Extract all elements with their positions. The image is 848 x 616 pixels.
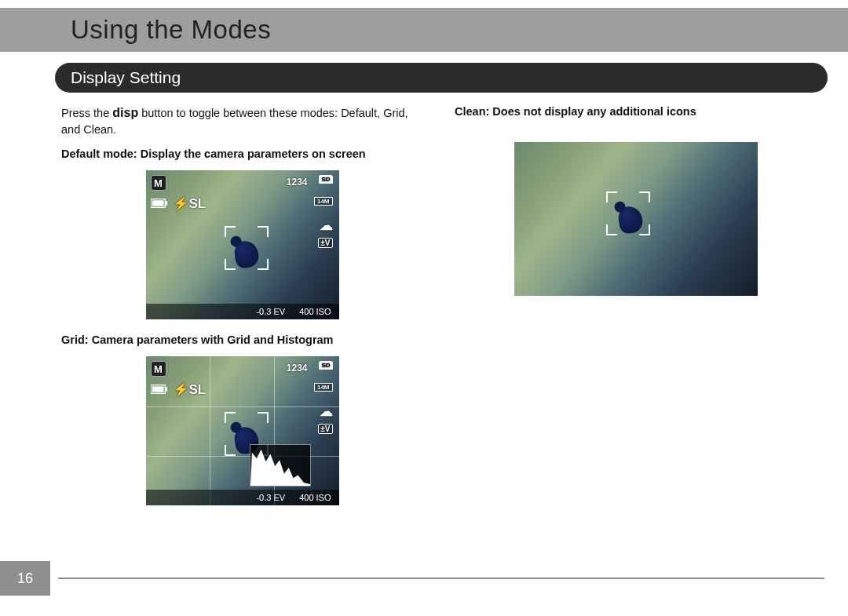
flash-icon: ⚡SL	[173, 381, 207, 398]
ev-compensation-icon: ±V	[318, 424, 332, 434]
white-balance-icon: ☁	[320, 403, 333, 420]
sd-card-icon: SD	[319, 361, 332, 370]
shots-remaining: 1234	[287, 177, 308, 188]
section-heading: Display Setting	[55, 63, 828, 93]
focus-brackets	[225, 226, 269, 270]
intro-text: Press the disp button to toggle between …	[61, 104, 423, 138]
focus-brackets	[606, 191, 650, 235]
battery-icon	[151, 385, 168, 395]
grid-mode-label: Grid: Camera parameters with Grid and Hi…	[61, 332, 423, 348]
right-column: Clean: Does not display any additional i…	[455, 104, 817, 518]
ev-value: -0.3 EV	[256, 307, 285, 316]
iso-value: 400 ISO	[299, 493, 331, 502]
content-columns: Press the disp button to toggle between …	[61, 104, 817, 518]
figure-grid-mode: M ⚡SL 1234 SD 14M ☁ ±V -0.3 EV 400 ISO	[146, 356, 339, 505]
footer-rule	[58, 578, 824, 579]
ev-compensation-icon: ±V	[318, 238, 332, 248]
chapter-title: Using the Modes	[71, 15, 271, 45]
mode-badge-icon: M	[151, 175, 166, 191]
disp-button-word: disp	[112, 106, 138, 119]
svg-marker-6	[250, 450, 310, 486]
histogram	[250, 444, 311, 487]
svg-rect-2	[152, 201, 163, 206]
figure-clean-mode	[514, 142, 758, 296]
svg-rect-1	[165, 201, 167, 206]
left-column: Press the disp button to toggle between …	[61, 104, 423, 518]
page-footer: 16	[0, 561, 848, 596]
iso-value: 400 ISO	[299, 307, 331, 316]
default-mode-label: Default mode: Display the camera paramet…	[61, 146, 423, 162]
clean-mode-label: Clean: Does not display any additional i…	[455, 104, 817, 120]
sd-card-icon: SD	[319, 175, 332, 184]
intro-text-a: Press the	[61, 107, 112, 119]
resolution-icon: 14M	[314, 383, 333, 392]
flash-icon: ⚡SL	[173, 195, 207, 212]
ev-value: -0.3 EV	[256, 493, 285, 502]
grid-line	[210, 356, 210, 505]
page-number: 16	[0, 561, 50, 596]
white-balance-icon: ☁	[320, 217, 333, 234]
bottom-info-bar: -0.3 EV 400 ISO	[146, 304, 339, 319]
grid-line	[146, 406, 339, 407]
chapter-title-bar: Using the Modes	[0, 8, 848, 52]
bottom-info-bar: -0.3 EV 400 ISO	[146, 490, 339, 505]
figure-default-mode: M ⚡SL 1234 SD 14M ☁ ±V -0.3 EV 400 ISO	[146, 170, 339, 319]
svg-rect-5	[152, 387, 163, 392]
battery-icon	[151, 199, 168, 210]
mode-badge-icon: M	[151, 361, 166, 377]
resolution-icon: 14M	[314, 197, 333, 206]
shots-remaining: 1234	[287, 363, 308, 374]
svg-rect-4	[165, 387, 167, 392]
